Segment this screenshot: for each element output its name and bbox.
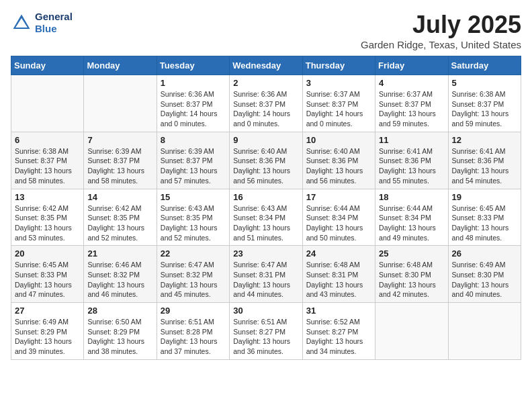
calendar-cell: 9Sunrise: 6:40 AMSunset: 8:36 PMDaylight… [230,132,302,189]
cell-content: Sunrise: 6:52 AM [306,317,371,327]
cell-content: Sunrise: 6:41 AM [452,146,517,156]
cell-content: Daylight: 13 hours and 42 minutes. [379,280,444,300]
calendar-cell [84,75,157,132]
calendar-cell: 29Sunrise: 6:51 AMSunset: 8:28 PMDayligh… [157,303,229,360]
day-number: 20 [15,248,80,259]
cell-content: Daylight: 13 hours and 49 minutes. [379,223,444,242]
day-number: 18 [379,192,444,202]
day-number: 23 [233,248,298,259]
calendar-cell: 3Sunrise: 6:37 AMSunset: 8:37 PMDaylight… [302,75,375,132]
cell-content: Sunrise: 6:45 AM [452,203,517,214]
cell-content: Sunrise: 6:49 AM [15,317,80,327]
main-title: July 2025 [361,11,521,39]
calendar-cell: 5Sunrise: 6:38 AMSunset: 8:37 PMDaylight… [448,75,521,132]
cell-content: Sunrise: 6:36 AM [161,89,226,99]
calendar-header-cell: Saturday [448,56,521,75]
cell-content: Sunset: 8:36 PM [379,156,444,166]
day-number: 6 [15,135,80,145]
cell-content: Daylight: 13 hours and 48 minutes. [452,223,517,242]
calendar-cell: 4Sunrise: 6:37 AMSunset: 8:37 PMDaylight… [375,75,448,132]
cell-content: Sunset: 8:27 PM [233,327,298,337]
cell-content: Sunrise: 6:48 AM [379,260,444,270]
cell-content: Daylight: 13 hours and 34 minutes. [306,336,371,356]
cell-content: Sunrise: 6:47 AM [233,260,298,270]
calendar-cell [375,303,448,360]
calendar-header-cell: Monday [84,56,157,75]
logo-line2: Blue [35,23,73,35]
day-number: 15 [161,192,226,202]
calendar-cell: 20Sunrise: 6:45 AMSunset: 8:33 PMDayligh… [11,246,84,303]
cell-content: Daylight: 13 hours and 47 minutes. [15,280,80,300]
day-number: 13 [15,192,80,202]
logo-line1: General [35,11,73,23]
cell-content: Daylight: 13 hours and 45 minutes. [161,280,226,300]
cell-content: Daylight: 13 hours and 53 minutes. [15,223,80,242]
day-number: 27 [15,306,80,316]
calendar-header: SundayMondayTuesdayWednesdayThursdayFrid… [11,56,521,75]
calendar-cell: 14Sunrise: 6:42 AMSunset: 8:35 PMDayligh… [84,189,157,246]
day-number: 31 [306,306,371,316]
calendar-header-cell: Tuesday [157,56,229,75]
calendar-cell: 23Sunrise: 6:47 AMSunset: 8:31 PMDayligh… [230,246,302,303]
cell-content: Sunset: 8:29 PM [87,327,152,337]
cell-content: Sunset: 8:37 PM [452,99,517,109]
cell-content: Sunset: 8:32 PM [87,270,152,280]
cell-content: Sunrise: 6:43 AM [161,203,226,214]
cell-content: Sunrise: 6:38 AM [452,89,517,99]
calendar-cell [448,303,521,360]
cell-content: Daylight: 13 hours and 46 minutes. [87,280,152,300]
day-number: 9 [233,135,298,145]
day-number: 2 [233,78,298,88]
cell-content: Sunrise: 6:40 AM [233,146,298,156]
cell-content: Sunrise: 6:39 AM [161,146,226,156]
cell-content: Daylight: 13 hours and 40 minutes. [452,280,517,300]
cell-content: Daylight: 13 hours and 58 minutes. [15,166,80,185]
cell-content: Daylight: 13 hours and 52 minutes. [161,223,226,242]
day-number: 28 [87,306,152,316]
cell-content: Daylight: 14 hours and 0 minutes. [161,109,226,128]
cell-content: Sunrise: 6:46 AM [87,260,152,270]
cell-content: Daylight: 13 hours and 59 minutes. [452,109,517,128]
cell-content: Sunrise: 6:37 AM [379,89,444,99]
calendar-header-cell: Thursday [302,56,375,75]
cell-content: Sunset: 8:33 PM [15,270,80,280]
calendar-cell: 24Sunrise: 6:48 AMSunset: 8:31 PMDayligh… [302,246,375,303]
calendar-cell: 26Sunrise: 6:49 AMSunset: 8:30 PMDayligh… [448,246,521,303]
cell-content: Sunrise: 6:44 AM [306,203,371,214]
cell-content: Sunrise: 6:38 AM [15,146,80,156]
cell-content: Sunset: 8:27 PM [306,327,371,337]
calendar-header-row: SundayMondayTuesdayWednesdayThursdayFrid… [11,56,521,75]
calendar-cell: 31Sunrise: 6:52 AMSunset: 8:27 PMDayligh… [302,303,375,360]
cell-content: Sunset: 8:35 PM [161,213,226,223]
calendar-cell: 12Sunrise: 6:41 AMSunset: 8:36 PMDayligh… [448,132,521,189]
cell-content: Sunrise: 6:42 AM [15,203,80,214]
day-number: 17 [306,192,371,202]
calendar-cell: 18Sunrise: 6:44 AMSunset: 8:34 PMDayligh… [375,189,448,246]
day-number: 16 [233,192,298,202]
cell-content: Sunset: 8:32 PM [161,270,226,280]
calendar-cell: 28Sunrise: 6:50 AMSunset: 8:29 PMDayligh… [84,303,157,360]
calendar-header-cell: Sunday [11,56,84,75]
cell-content: Sunrise: 6:43 AM [233,203,298,214]
calendar-cell: 6Sunrise: 6:38 AMSunset: 8:37 PMDaylight… [11,132,84,189]
cell-content: Sunrise: 6:39 AM [87,146,152,156]
cell-content: Sunrise: 6:41 AM [379,146,444,156]
cell-content: Sunrise: 6:50 AM [87,317,152,327]
day-number: 1 [161,78,226,88]
cell-content: Sunrise: 6:49 AM [452,260,517,270]
calendar-cell: 7Sunrise: 6:39 AMSunset: 8:37 PMDaylight… [84,132,157,189]
calendar-week-row: 6Sunrise: 6:38 AMSunset: 8:37 PMDaylight… [11,132,521,189]
day-number: 12 [452,135,517,145]
cell-content: Sunset: 8:37 PM [379,99,444,109]
cell-content: Daylight: 13 hours and 56 minutes. [233,166,298,185]
calendar-cell: 17Sunrise: 6:44 AMSunset: 8:34 PMDayligh… [302,189,375,246]
calendar-table: SundayMondayTuesdayWednesdayThursdayFrid… [11,56,521,360]
cell-content: Daylight: 13 hours and 39 minutes. [15,336,80,356]
calendar-cell: 25Sunrise: 6:48 AMSunset: 8:30 PMDayligh… [375,246,448,303]
day-number: 7 [87,135,152,145]
calendar-week-row: 20Sunrise: 6:45 AMSunset: 8:33 PMDayligh… [11,246,521,303]
page-header: General Blue July 2025 Garden Ridge, Tex… [11,11,521,50]
day-number: 29 [161,306,226,316]
cell-content: Daylight: 13 hours and 50 minutes. [306,223,371,242]
cell-content: Sunrise: 6:37 AM [306,89,371,99]
